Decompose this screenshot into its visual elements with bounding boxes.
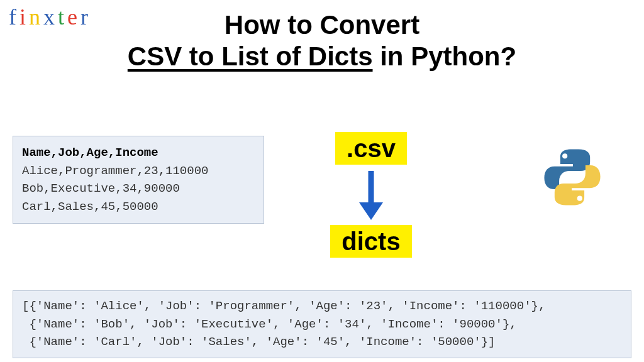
output-line: {'Name': 'Carl', 'Job': 'Sales', 'Age': … xyxy=(22,335,496,349)
csv-row: Bob,Executive,34,90000 xyxy=(22,180,255,198)
title-line2: CSV to List of Dicts in Python? xyxy=(0,41,644,72)
output-line: {'Name': 'Bob', 'Job': 'Executive', 'Age… xyxy=(22,317,517,331)
title-rest: in Python? xyxy=(373,41,517,71)
title-underline: CSV to List of Dicts xyxy=(128,41,373,71)
flow-diagram: .csv dicts xyxy=(314,132,428,258)
csv-header: Name,Job,Age,Income xyxy=(22,144,255,162)
title-line1: How to Convert xyxy=(0,10,644,40)
svg-point-3 xyxy=(577,196,582,201)
csv-row: Alice,Programmer,23,110000 xyxy=(22,162,255,180)
csv-input-box: Name,Job,Age,Income Alice,Programmer,23,… xyxy=(13,136,264,224)
csv-badge: .csv xyxy=(335,132,407,165)
python-logo-icon xyxy=(541,146,604,211)
arrow-down-icon xyxy=(355,170,387,220)
dicts-badge: dicts xyxy=(330,225,411,258)
svg-marker-1 xyxy=(359,202,383,220)
csv-row: Carl,Sales,45,50000 xyxy=(22,198,255,216)
output-box: [{'Name': 'Alice', 'Job': 'Programmer', … xyxy=(13,290,631,358)
svg-point-2 xyxy=(562,153,567,158)
output-line: [{'Name': 'Alice', 'Job': 'Programmer', … xyxy=(22,299,545,313)
page-title: How to Convert CSV to List of Dicts in P… xyxy=(0,10,644,72)
